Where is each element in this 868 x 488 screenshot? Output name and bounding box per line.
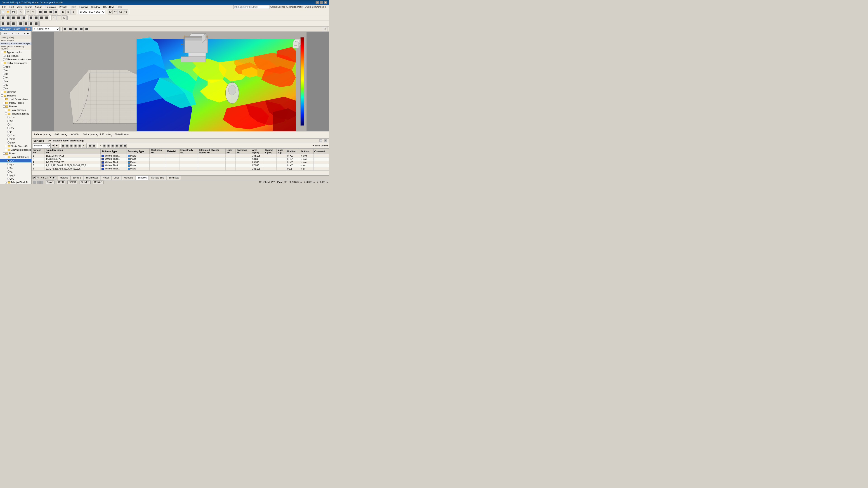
viewport-combo[interactable]: 1 - Global XYZ xyxy=(33,27,60,31)
open-button[interactable]: 📂 xyxy=(6,9,11,14)
bnav-tab-nodes[interactable]: Nodes xyxy=(101,176,112,180)
load-case-combo[interactable]: S: CO2 - LC1 + LC2 + LC3 + LC4 xyxy=(78,10,105,14)
vp-close-btn[interactable]: ✕ xyxy=(323,27,328,32)
print-button[interactable]: 🖨 xyxy=(18,9,23,14)
vp-btn-1[interactable]: ⬛ xyxy=(62,27,67,32)
nav-global-deformations[interactable]: - Global Deformations xyxy=(0,61,31,65)
close-button[interactable]: ✕ xyxy=(324,1,327,4)
radio-phix[interactable] xyxy=(3,80,5,82)
menu-help[interactable]: Help xyxy=(116,5,123,8)
nav-ey-plus[interactable]: εy,+ xyxy=(0,162,31,166)
nav-phiy[interactable]: φy xyxy=(0,83,31,87)
nav-equiv-stresses[interactable]: + Equivalent Stresses xyxy=(0,148,31,152)
nav-ex-minus[interactable]: εx,- xyxy=(0,166,31,170)
surfaces-menu-view[interactable]: View xyxy=(70,139,75,142)
expand-stresses-surf[interactable]: - xyxy=(3,105,5,107)
radio-sigma1p[interactable] xyxy=(7,116,9,119)
table-row[interactable]: 5 1,2,14,271,70-65,28-31,66,69,262,265,2… xyxy=(32,164,329,167)
nav-diff-initial[interactable]: Differences to initial state xyxy=(0,58,31,61)
nav-ux[interactable]: ux xyxy=(0,68,31,72)
surf-tb-prev[interactable]: ◀ xyxy=(51,144,55,148)
nav-sigma1m[interactable]: σ1,- xyxy=(0,123,31,126)
t3-btn-7[interactable]: ⬛ xyxy=(34,21,39,26)
t3-btn-4[interactable]: ⬛ xyxy=(18,21,23,26)
surf-tb-11[interactable]: ⬛ xyxy=(111,144,114,148)
view-xz-btn[interactable]: XZ xyxy=(118,9,123,14)
snap-btn[interactable]: SNAP xyxy=(46,181,55,184)
bnav-tab-solid-sets[interactable]: Solid Sets xyxy=(166,176,181,180)
surf-tb-6[interactable]: ✕ xyxy=(82,144,86,148)
surfaces-menu-goto[interactable]: Go To xyxy=(48,139,54,142)
t3-btn-6[interactable]: ⬛ xyxy=(29,21,33,26)
bnav-first-btn[interactable]: |◀ xyxy=(33,176,36,180)
maximize-button[interactable]: □ xyxy=(320,1,323,4)
nav-alpha1m[interactable]: α1,m xyxy=(0,133,31,137)
nav-pin-btn[interactable]: 📌 xyxy=(25,28,27,30)
radio-phiz[interactable] xyxy=(3,87,5,90)
bnav-next-btn[interactable]: ▶ xyxy=(49,176,52,180)
co2-combo[interactable]: CO2 - LC1 + LC2 + LC3 + LC4 xyxy=(0,32,30,35)
menu-options[interactable]: Options xyxy=(78,5,89,8)
surf-tb-8[interactable]: ⬛ xyxy=(92,144,96,148)
nav-sigma1p[interactable]: σ1,+ xyxy=(0,116,31,119)
nav-members[interactable]: + Members xyxy=(0,90,31,94)
radio-taumax[interactable] xyxy=(7,141,9,144)
t2-btn-7[interactable]: ⬛ xyxy=(34,15,39,20)
vp-btn-2[interactable]: ⬛ xyxy=(68,27,73,32)
radio-alpha2m[interactable] xyxy=(7,138,9,140)
expand-members[interactable]: + xyxy=(1,91,3,93)
bnav-tab-surfaces[interactable]: Surfaces xyxy=(136,176,149,180)
nav-u[interactable]: u [m] xyxy=(0,65,31,68)
nav-final-results[interactable]: Final Results xyxy=(0,54,31,58)
expand-strains[interactable]: - xyxy=(3,152,5,155)
bnav-tab-thicknesses[interactable]: Thicknesses xyxy=(84,176,101,180)
menu-file[interactable]: File xyxy=(1,5,8,8)
radio-uy[interactable] xyxy=(3,73,5,75)
bnav-tab-material[interactable]: Material xyxy=(58,176,70,180)
nav-principal-total-strains[interactable]: + Principal Total Strains xyxy=(0,181,31,184)
surfaces-close-btn[interactable]: ✕ xyxy=(324,139,327,142)
nav-gxy-minus[interactable]: γxy,- xyxy=(0,177,31,181)
table-row[interactable]: 4 4-9,268,37-58,270 Without Thick... Pla… xyxy=(32,161,329,164)
surf-tb-next[interactable]: ▶ xyxy=(55,144,59,148)
nav-ey-minus[interactable]: εy,- xyxy=(0,170,31,173)
table-row[interactable]: 7 273,274,388,403-397,470-459,275 Withou… xyxy=(32,167,329,170)
grid-btn[interactable]: GRID xyxy=(57,181,65,184)
nav-uy[interactable]: uy xyxy=(0,72,31,76)
t2-btn-6[interactable]: ⬛ xyxy=(29,15,33,20)
table-row[interactable]: 3 19-26,36-45,27 Without Thick... Plane … xyxy=(32,158,329,161)
menu-cad-bim[interactable]: CAD-BIM xyxy=(102,5,115,8)
nav-close-btn[interactable]: ✕ xyxy=(28,28,31,30)
t2-btn-5[interactable]: ⬛ xyxy=(21,15,26,20)
expand-basic-total-strains[interactable]: - xyxy=(5,156,7,158)
radio-gxy-plus[interactable] xyxy=(7,174,9,176)
t2-zoom-in[interactable]: + xyxy=(51,15,56,20)
t2-btn-9[interactable]: ⬛ xyxy=(44,15,49,20)
expand-elastic-stress[interactable]: + xyxy=(5,145,7,147)
menu-insert[interactable]: Insert xyxy=(24,5,33,8)
nav-local-def[interactable]: + Local Deformations xyxy=(0,97,31,101)
nav-sigma2m[interactable]: σ2,- xyxy=(0,126,31,130)
expand-principal-total-strains[interactable]: + xyxy=(5,181,7,184)
radio-uz[interactable] xyxy=(3,76,5,78)
radio-u[interactable] xyxy=(3,66,5,68)
surfaces-table-wrap[interactable]: SurfaceNo. Boundary LinesNo. Stiffness T… xyxy=(32,149,329,175)
radio-sigma2p[interactable] xyxy=(7,120,9,122)
nav-principal-stresses-surf[interactable]: - Principal Stresses xyxy=(0,112,31,116)
search-input[interactable] xyxy=(233,5,270,9)
t2-btn-3[interactable]: ⬛ xyxy=(11,15,16,20)
surfaces-menu-settings[interactable]: Settings xyxy=(75,139,84,142)
minimize-button[interactable]: ─ xyxy=(315,1,319,4)
surf-tb-1[interactable]: ⬛ xyxy=(61,144,65,148)
view-3d-btn[interactable]: 3D xyxy=(107,9,113,14)
tb-btn-7[interactable]: ⊞ xyxy=(71,9,76,14)
nav-gxy-plus[interactable]: γxy,+ xyxy=(0,173,31,177)
expand-basic-stresses-surf[interactable]: + xyxy=(5,109,7,111)
radio-gxy-minus[interactable] xyxy=(7,177,9,180)
surf-toolbar-basic-objects[interactable]: ✎ Basic Objects xyxy=(312,144,328,147)
surf-tb-14[interactable]: ⬛ xyxy=(123,144,127,148)
t2-btn-4[interactable]: ⬛ xyxy=(16,15,21,20)
undo-button[interactable]: ↩ xyxy=(25,9,30,14)
nav-basic-total-strains[interactable]: - Basic Total Strains xyxy=(0,155,31,159)
nav-phix[interactable]: φx xyxy=(0,79,31,83)
